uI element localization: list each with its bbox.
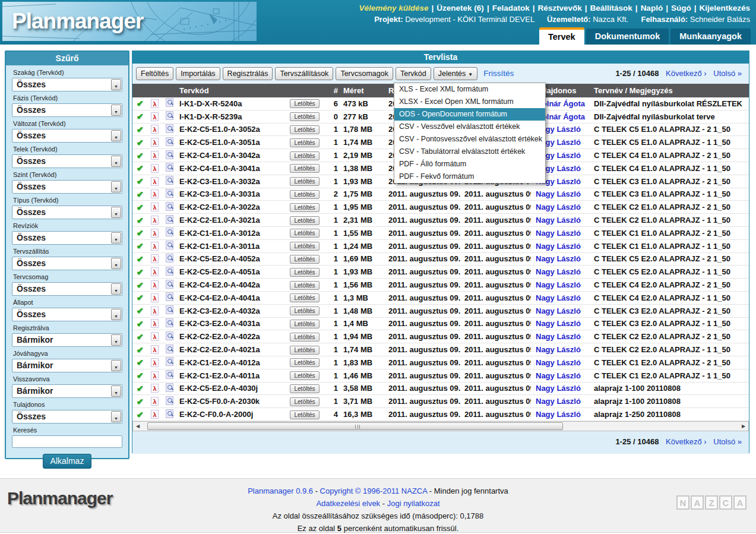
plan-code[interactable]: E-K2-C2-E2.0-A-4022a (177, 332, 285, 341)
download-button[interactable]: Letöltés (290, 151, 319, 160)
toolbar-button-2[interactable]: Importálás (176, 67, 220, 80)
owner-link[interactable]: Nagy László (536, 293, 581, 302)
menu-item-8[interactable]: PDF - Fekvő formátum (394, 170, 545, 183)
filter-select-9[interactable]: Összes (12, 282, 122, 296)
plan-code[interactable]: E-K2-C5-E2.0-A-4051a (177, 267, 285, 276)
pdf-file-icon[interactable]: λ (151, 229, 159, 238)
owner-link[interactable]: Nagy László (536, 358, 581, 367)
download-button[interactable]: Letöltés (290, 371, 319, 380)
owner-link[interactable]: Nagy László (536, 267, 581, 276)
toolbar-button-3[interactable]: Regisztrálás (223, 67, 273, 80)
pdf-file-icon[interactable]: λ (151, 397, 159, 406)
toolbar-button-5[interactable]: Tervcsomagok (336, 67, 393, 80)
download-button[interactable]: Letöltés (290, 242, 319, 251)
tab-tervek[interactable]: Tervek (539, 27, 584, 45)
pagination-next-link[interactable]: Következő › (666, 69, 707, 78)
download-button[interactable]: Letöltés (290, 164, 319, 173)
owner-link[interactable]: Nagy László (536, 203, 581, 211)
preview-magnifier-icon[interactable] (166, 111, 173, 120)
plan-code[interactable]: E-K2-C3-E1.0-A-3032a (177, 177, 285, 186)
menu-item-1[interactable]: XLS - Excel XML formátum (394, 83, 545, 96)
pdf-file-icon[interactable]: λ (151, 203, 159, 211)
owner-link[interactable]: Nagy László (536, 332, 581, 341)
download-button[interactable]: Letöltés (290, 138, 319, 147)
plan-code[interactable]: E-K2-C4-E2.0-A-4042a (177, 280, 285, 289)
owner-link[interactable]: Nagy László (536, 384, 581, 393)
preview-magnifier-icon[interactable] (166, 292, 173, 301)
horizontal-scrollbar[interactable]: ◀ ▶ (132, 421, 749, 431)
download-button[interactable]: Letöltés (290, 268, 319, 277)
tab-munkaanyagok[interactable]: Munkaanyagok (670, 29, 751, 45)
owner-link[interactable]: Nagy László (536, 229, 581, 238)
plan-code[interactable]: I-K1-D-X-R-5239a (177, 112, 285, 121)
preview-magnifier-icon[interactable] (166, 383, 173, 392)
plan-code[interactable]: E-K2-C-F0.0-A-2000j (177, 410, 285, 419)
preview-magnifier-icon[interactable] (166, 267, 173, 276)
col-header-name[interactable]: Tervnév / Megjegyzés (588, 86, 749, 95)
preview-magnifier-icon[interactable] (166, 241, 173, 249)
preview-magnifier-icon[interactable] (166, 280, 173, 289)
footer-legal-link[interactable]: Jogi nyilatkozat (387, 499, 440, 508)
plan-code[interactable]: E-K2-C5-F0.0-A-2030k (177, 397, 285, 406)
owner-link[interactable]: Nagy László (536, 371, 581, 380)
menu-item-5[interactable]: CSV - Pontosvesszővel elválasztott érték… (394, 133, 545, 146)
filter-select-1[interactable]: Összes (12, 78, 122, 91)
preview-magnifier-icon[interactable] (166, 189, 173, 198)
plan-code[interactable]: E-K2-C2-E1.0-A-3022a (177, 203, 285, 211)
chevron-down-icon[interactable] (111, 283, 121, 295)
plan-code[interactable]: E-K2-C2-E1.0-A-3021a (177, 216, 285, 225)
chevron-down-icon[interactable] (111, 156, 121, 167)
download-button[interactable]: Letöltés (290, 112, 319, 121)
chevron-down-icon[interactable] (111, 386, 121, 397)
pdf-file-icon[interactable]: λ (151, 177, 159, 186)
download-button[interactable]: Letöltés (290, 384, 319, 393)
download-button[interactable]: Letöltés (290, 281, 319, 290)
plan-code[interactable]: E-K2-C1-E1.0-A-3011a (177, 242, 285, 251)
pdf-file-icon[interactable]: λ (151, 254, 159, 263)
pdf-file-icon[interactable]: λ (151, 112, 159, 121)
chevron-down-icon[interactable] (111, 334, 121, 346)
footer-version-link[interactable]: Planmanager 0.9.6 (248, 486, 313, 495)
preview-magnifier-icon[interactable] (166, 254, 173, 263)
filter-select-14[interactable]: Összes (12, 410, 122, 424)
plan-code[interactable]: E-K2-C5-E2.0-A-4052a (177, 254, 285, 263)
pdf-file-icon[interactable]: λ (151, 138, 159, 147)
owner-link[interactable]: Nagy László (536, 397, 581, 406)
pdf-file-icon[interactable]: λ (151, 216, 159, 225)
preview-magnifier-icon[interactable] (166, 176, 173, 185)
plan-code[interactable]: E-K2-C2-E2.0-A-4021a (177, 345, 285, 354)
download-button[interactable]: Letöltés (290, 125, 319, 134)
plan-code[interactable]: E-K2-C4-E1.0-A-3041a (177, 164, 285, 173)
chevron-down-icon[interactable] (111, 130, 121, 141)
chevron-down-icon[interactable] (111, 309, 121, 320)
preview-magnifier-icon[interactable] (166, 345, 173, 353)
toolbar-button-6[interactable]: Tervkód (396, 67, 431, 80)
filter-select-7[interactable]: Összes (12, 231, 122, 245)
chevron-down-icon[interactable] (111, 105, 121, 116)
plan-code[interactable]: E-K2-C5-E1.0-A-3051a (177, 138, 285, 147)
plan-code[interactable]: E-K2-C1-E2.0-A-4012a (177, 358, 285, 367)
menu-item-4[interactable]: CSV - Vesszővel elválasztott értékek (394, 121, 545, 133)
plan-code[interactable]: E-K2-C5-E2.0-A-4030j (177, 384, 285, 393)
preview-magnifier-icon[interactable] (166, 124, 173, 133)
download-button[interactable]: Letöltés (290, 346, 319, 355)
download-button[interactable]: Letöltés (290, 99, 319, 108)
chevron-down-icon[interactable] (111, 79, 121, 90)
refresh-link[interactable]: Frissítés (483, 67, 514, 80)
pagination-last-link[interactable]: Utolsó » (713, 437, 742, 446)
filter-select-13[interactable]: Bármikor (12, 384, 122, 398)
pdf-file-icon[interactable]: λ (151, 384, 159, 393)
nav-link-8[interactable]: Kijelentkezés (699, 4, 750, 12)
download-button[interactable]: Letöltés (290, 358, 319, 367)
preview-magnifier-icon[interactable] (166, 98, 173, 107)
preview-magnifier-icon[interactable] (166, 163, 173, 172)
download-button[interactable]: Letöltés (290, 333, 319, 342)
pdf-file-icon[interactable]: λ (151, 280, 159, 289)
plan-code[interactable]: E-K2-C3-E2.0-A-4031a (177, 319, 285, 328)
chevron-down-icon[interactable] (111, 258, 121, 269)
pdf-file-icon[interactable]: λ (151, 164, 159, 173)
download-button[interactable]: Letöltés (290, 410, 319, 419)
download-button[interactable]: Letöltés (290, 397, 319, 406)
owner-link[interactable]: Nagy László (536, 216, 581, 225)
pdf-file-icon[interactable]: λ (151, 319, 159, 328)
